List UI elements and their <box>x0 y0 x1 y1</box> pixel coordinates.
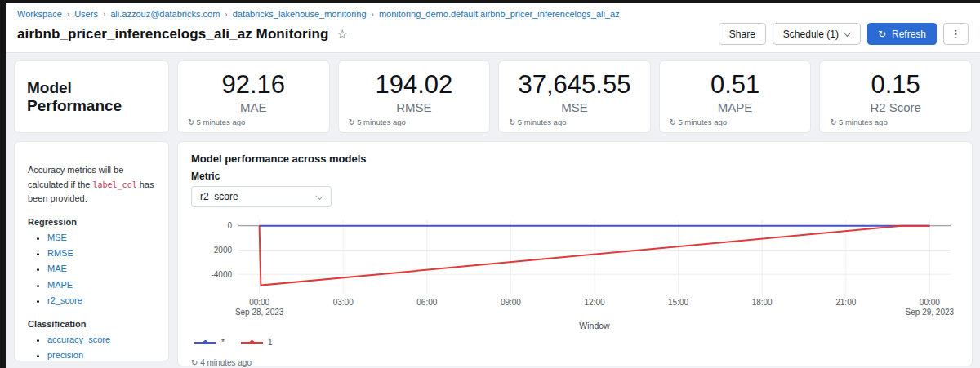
sidebar-description: Accuracy metrics will be calculated if t… <box>28 163 155 206</box>
sidebar-link-groups: RegressionMSERMSEMAEMAPEr2_scoreClassifi… <box>28 217 155 368</box>
refresh-icon: ↻ <box>188 117 194 126</box>
metric-select-label: Metric <box>191 171 959 182</box>
metric-updated-timestamp: ↻ 5 minutes ago <box>509 117 566 126</box>
list-item: MAPE <box>47 277 155 293</box>
metric-cards-group: 92.16MAE↻ 5 minutes ago194.02RMSE↻ 5 min… <box>177 60 972 133</box>
page-header: Workspace›Users›ali.azzouz@databricks.co… <box>6 3 980 53</box>
sidebar-group-heading: Classification <box>28 319 155 329</box>
chevron-down-icon <box>316 192 324 200</box>
refresh-button[interactable]: ↻ Refresh <box>867 23 937 45</box>
breadcrumb-link[interactable]: Workspace <box>17 9 62 19</box>
breadcrumb-link[interactable]: ali.azzouz@databricks.com <box>110 9 220 19</box>
breadcrumb-link[interactable]: Users <box>74 9 98 19</box>
metric-card: 0.51MAPE↻ 5 minutes ago <box>659 60 812 133</box>
metric-label: MAPE <box>718 100 753 114</box>
svg-text:-4000: -4000 <box>211 270 232 279</box>
refresh-icon: ↻ <box>509 117 515 126</box>
svg-text:15:00: 15:00 <box>668 298 688 307</box>
metric-label: R2 Score <box>870 100 921 114</box>
kebab-menu-button[interactable]: ⋮ <box>943 23 969 45</box>
sidebar-metric-link[interactable]: MSE <box>47 233 67 242</box>
metric-value: 0.15 <box>871 70 920 100</box>
metric-value: 37,645.55 <box>519 70 631 100</box>
chevron-down-icon <box>843 29 851 37</box>
refresh-icon: ↻ <box>670 117 676 126</box>
schedule-button-label: Schedule (1) <box>783 29 839 40</box>
refresh-icon: ↻ <box>830 117 836 126</box>
refresh-icon: ↻ <box>349 117 355 126</box>
breadcrumb-separator: › <box>225 10 227 19</box>
svg-text:12:00: 12:00 <box>584 298 604 307</box>
legend-item[interactable]: 1 <box>241 338 273 347</box>
dashboard-body: Model Performance 92.16MAE↻ 5 minutes ag… <box>6 53 980 368</box>
svg-text:Sep 29, 2023: Sep 29, 2023 <box>906 308 955 317</box>
refresh-icon: ↻ <box>878 29 886 40</box>
screenshot-frame: Workspace›Users›ali.azzouz@databricks.co… <box>0 0 980 368</box>
list-item: r2_score <box>47 293 155 308</box>
chart-legend: *1 <box>191 338 959 347</box>
metric-card: 0.15R2 Score↻ 5 minutes ago <box>819 60 972 133</box>
svg-text:00:00: 00:00 <box>920 298 940 307</box>
section-title: Model Performance <box>27 79 156 115</box>
list-item: MSE <box>47 230 155 246</box>
svg-text:0: 0 <box>227 221 232 230</box>
breadcrumb-link[interactable]: databricks_lakehouse_monitoring <box>233 9 367 19</box>
share-button[interactable]: Share <box>719 23 766 45</box>
metric-select[interactable]: r2_score <box>191 186 332 207</box>
list-item: precision <box>47 348 155 363</box>
chart-card: Model performance across models Metric r… <box>177 141 973 366</box>
dashboard-page: Workspace›Users›ali.azzouz@databricks.co… <box>6 3 980 368</box>
metric-updated-timestamp: ↻ 5 minutes ago <box>670 117 727 126</box>
legend-line-swatch <box>194 342 216 344</box>
metric-label: MSE <box>561 100 588 114</box>
sidebar-metric-link[interactable]: precision <box>47 350 83 360</box>
svg-text:-2000: -2000 <box>211 246 232 255</box>
breadcrumb-link[interactable]: monitoring_demo.default.airbnb_pricer_in… <box>379 9 620 19</box>
svg-text:21:00: 21:00 <box>835 298 856 307</box>
list-item: MAE <box>47 261 155 277</box>
svg-text:09:00: 09:00 <box>501 298 521 307</box>
page-title: airbnb_pricer_inferencelogs_ali_az Monit… <box>17 26 328 42</box>
legend-label: * <box>221 338 225 347</box>
svg-text:Sep 28, 2023: Sep 28, 2023 <box>235 308 284 317</box>
legend-label: 1 <box>268 338 273 347</box>
favorite-star-icon[interactable]: ☆ <box>336 27 347 42</box>
metric-card: 37,645.55MSE↻ 5 minutes ago <box>498 60 651 133</box>
breadcrumb-separator: › <box>372 10 374 19</box>
metric-select-value: r2_score <box>200 191 238 202</box>
metric-value: 194.02 <box>375 70 452 100</box>
metric-updated-timestamp: ↻ 5 minutes ago <box>349 117 406 126</box>
line-chart[interactable]: 0-2000-400000:00Sep 28, 202303:0006:0009… <box>191 215 959 320</box>
schedule-button[interactable]: Schedule (1) <box>773 23 861 45</box>
chart-title: Model performance across models <box>191 153 959 165</box>
svg-text:06:00: 06:00 <box>416 298 437 307</box>
legend-line-swatch <box>241 342 263 344</box>
svg-text:18:00: 18:00 <box>752 298 773 307</box>
refresh-icon: ↻ <box>191 358 198 367</box>
breadcrumb: Workspace›Users›ali.azzouz@databricks.co… <box>17 9 969 19</box>
metric-updated-timestamp: ↻ 5 minutes ago <box>830 117 887 126</box>
metric-card: 194.02RMSE↻ 5 minutes ago <box>338 60 491 133</box>
label-col-code: label_col <box>93 180 137 189</box>
chart-row: Accuracy metrics will be calculated if t… <box>14 141 972 366</box>
metrics-row: Model Performance 92.16MAE↻ 5 minutes ag… <box>14 60 972 133</box>
sidebar-metric-link[interactable]: RMSE <box>47 248 74 258</box>
breadcrumb-separator: › <box>67 10 69 19</box>
list-item: recall <box>47 364 155 368</box>
metric-label: RMSE <box>396 100 431 114</box>
list-item: accuracy_score <box>47 332 155 348</box>
metric-label: MAE <box>240 100 267 114</box>
sidebar-group-heading: Regression <box>28 217 155 227</box>
title-row: airbnb_pricer_inferencelogs_ali_az Monit… <box>17 23 969 45</box>
sidebar-metric-link[interactable]: accuracy_score <box>47 335 110 344</box>
sidebar-card: Accuracy metrics will be calculated if t… <box>14 141 169 361</box>
chart-updated-timestamp: ↻ 4 minutes ago <box>191 358 959 367</box>
chart-x-axis-title: Window <box>191 321 959 330</box>
breadcrumb-separator: › <box>103 10 105 19</box>
legend-item[interactable]: * <box>194 338 225 347</box>
header-actions: Share Schedule (1) ↻ Refresh ⋮ <box>719 23 969 45</box>
svg-text:03:00: 03:00 <box>333 298 354 307</box>
sidebar-metric-link[interactable]: r2_score <box>47 295 82 305</box>
sidebar-metric-link[interactable]: MAE <box>47 264 67 273</box>
sidebar-metric-link[interactable]: MAPE <box>47 280 73 290</box>
